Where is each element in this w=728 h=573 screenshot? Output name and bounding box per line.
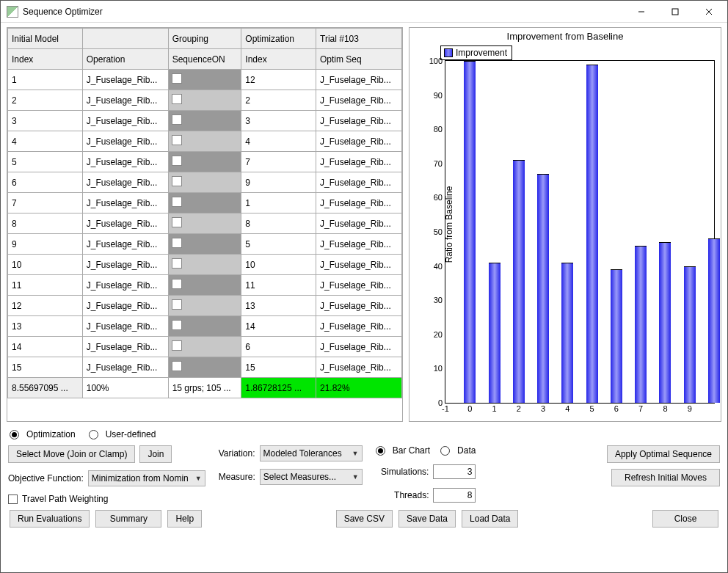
column-header[interactable]: Index [241, 49, 316, 70]
load-data-button[interactable]: Load Data [462, 510, 518, 528]
table-cell[interactable]: 2 [8, 90, 83, 111]
table-cell[interactable]: 4 [241, 131, 316, 152]
table-cell[interactable]: 1 [241, 193, 316, 213]
table-cell[interactable]: 2 [241, 90, 316, 111]
table-cell[interactable]: 8 [8, 213, 83, 234]
table-cell[interactable]: J_Fuselage_Rib... [82, 193, 168, 213]
table-row[interactable]: 12J_Fuselage_Rib...13J_Fuselage_Rib... [8, 296, 402, 316]
table-row[interactable]: 11J_Fuselage_Rib...11J_Fuselage_Rib... [8, 275, 402, 296]
table-cell[interactable]: J_Fuselage_Rib... [316, 296, 402, 316]
close-button[interactable]: Close [652, 510, 718, 528]
checkbox-icon[interactable] [172, 361, 182, 371]
table-cell[interactable]: 1 [8, 70, 83, 90]
sequence-on-cell[interactable] [168, 296, 241, 316]
column-header[interactable]: Index [8, 49, 83, 70]
table-cell[interactable]: 12 [8, 296, 83, 316]
barchart-radio[interactable]: Bar Chart [376, 445, 430, 456]
threads-input[interactable]: 8 [433, 488, 476, 503]
data-radio[interactable]: Data [440, 445, 476, 456]
table-cell[interactable]: 9 [241, 172, 316, 193]
table-cell[interactable]: 3 [8, 111, 83, 131]
sequence-on-cell[interactable] [168, 131, 241, 152]
table-cell[interactable]: 15 [8, 357, 83, 378]
table-cell[interactable]: J_Fuselage_Rib... [316, 337, 402, 357]
table-cell[interactable]: 10 [8, 255, 83, 275]
table-cell[interactable]: 5 [241, 234, 316, 255]
table-cell[interactable]: 7 [241, 152, 316, 172]
checkbox-icon[interactable] [172, 238, 182, 248]
table-cell[interactable]: 7 [8, 193, 83, 213]
join-button[interactable]: Join [139, 445, 172, 463]
table-cell[interactable]: J_Fuselage_Rib... [82, 316, 168, 337]
checkbox-icon[interactable] [172, 320, 182, 330]
table-cell[interactable]: J_Fuselage_Rib... [82, 255, 168, 275]
table-cell[interactable]: J_Fuselage_Rib... [82, 70, 168, 90]
table-cell[interactable]: J_Fuselage_Rib... [82, 357, 168, 378]
column-header[interactable]: SequenceON [168, 49, 241, 70]
table-cell[interactable]: 15 [241, 357, 316, 378]
column-header[interactable]: Optim Seq [316, 49, 402, 70]
save-data-button[interactable]: Save Data [398, 510, 456, 528]
table-cell[interactable]: J_Fuselage_Rib... [316, 70, 402, 90]
help-button[interactable]: Help [167, 510, 202, 528]
table-cell[interactable]: 13 [8, 316, 83, 337]
table-cell[interactable]: 8 [241, 213, 316, 234]
table-cell[interactable]: J_Fuselage_Rib... [82, 234, 168, 255]
close-window-button[interactable] [692, 1, 726, 22]
checkbox-icon[interactable] [172, 94, 182, 104]
table-row[interactable]: 5J_Fuselage_Rib...7J_Fuselage_Rib... [8, 152, 402, 172]
checkbox-icon[interactable] [172, 299, 182, 310]
sequence-on-cell[interactable] [168, 275, 241, 296]
sequence-on-cell[interactable] [168, 234, 241, 255]
sequence-on-cell[interactable] [168, 111, 241, 131]
table-cell[interactable]: 11 [241, 275, 316, 296]
checkbox-icon[interactable] [172, 217, 182, 227]
apply-sequence-button[interactable]: Apply Optimal Sequence [607, 445, 720, 463]
table-row[interactable]: 10J_Fuselage_Rib...10J_Fuselage_Rib... [8, 255, 402, 275]
table-cell[interactable]: J_Fuselage_Rib... [316, 213, 402, 234]
sequence-on-cell[interactable] [168, 193, 241, 213]
maximize-button[interactable] [658, 1, 692, 22]
userdefined-radio[interactable]: User-defined [89, 429, 156, 439]
select-move-button[interactable]: Select Move (Join or Clamp) [8, 445, 135, 463]
table-cell[interactable]: 12 [241, 70, 316, 90]
summary-button[interactable]: Summary [95, 510, 161, 528]
optimization-radio[interactable]: Optimization [10, 429, 76, 439]
table-row[interactable]: 9J_Fuselage_Rib...5J_Fuselage_Rib... [8, 234, 402, 255]
table-cell[interactable]: 4 [8, 131, 83, 152]
table-cell[interactable]: 14 [8, 337, 83, 357]
table-cell[interactable]: J_Fuselage_Rib... [82, 296, 168, 316]
sequence-on-cell[interactable] [168, 172, 241, 193]
table-cell[interactable]: J_Fuselage_Rib... [316, 131, 402, 152]
table-cell[interactable]: J_Fuselage_Rib... [316, 172, 402, 193]
sequence-on-cell[interactable] [168, 337, 241, 357]
table-cell[interactable]: J_Fuselage_Rib... [82, 172, 168, 193]
table-row[interactable]: 2J_Fuselage_Rib...2J_Fuselage_Rib... [8, 90, 402, 111]
table-cell[interactable]: J_Fuselage_Rib... [82, 131, 168, 152]
table-cell[interactable]: J_Fuselage_Rib... [82, 152, 168, 172]
column-header[interactable]: Operation [82, 49, 168, 70]
checkbox-icon[interactable] [172, 73, 182, 84]
checkbox-icon[interactable] [172, 156, 182, 166]
table-cell[interactable]: 6 [241, 337, 316, 357]
table-row[interactable]: 8J_Fuselage_Rib...8J_Fuselage_Rib... [8, 213, 402, 234]
table-cell[interactable]: J_Fuselage_Rib... [82, 275, 168, 296]
table-cell[interactable]: J_Fuselage_Rib... [82, 337, 168, 357]
table-cell[interactable]: 13 [241, 296, 316, 316]
table-cell[interactable]: J_Fuselage_Rib... [316, 275, 402, 296]
sequence-on-cell[interactable] [168, 213, 241, 234]
table-row[interactable]: 13J_Fuselage_Rib...14J_Fuselage_Rib... [8, 316, 402, 337]
travel-path-checkbox[interactable]: Travel Path Weighting [8, 494, 205, 504]
table-cell[interactable]: J_Fuselage_Rib... [316, 90, 402, 111]
table-cell[interactable]: J_Fuselage_Rib... [82, 213, 168, 234]
minimize-button[interactable] [625, 1, 658, 22]
refresh-moves-button[interactable]: Refresh Initial Moves [611, 469, 720, 486]
variation-select[interactable]: Modeled Tolerances▼ [260, 445, 363, 461]
table-row[interactable]: 1J_Fuselage_Rib...12J_Fuselage_Rib... [8, 70, 402, 90]
checkbox-icon[interactable] [172, 197, 182, 207]
table-cell[interactable]: J_Fuselage_Rib... [316, 193, 402, 213]
sequence-on-cell[interactable] [168, 357, 241, 378]
measure-select[interactable]: Select Measures...▼ [260, 469, 363, 485]
save-csv-button[interactable]: Save CSV [336, 510, 393, 528]
table-row[interactable]: 6J_Fuselage_Rib...9J_Fuselage_Rib... [8, 172, 402, 193]
